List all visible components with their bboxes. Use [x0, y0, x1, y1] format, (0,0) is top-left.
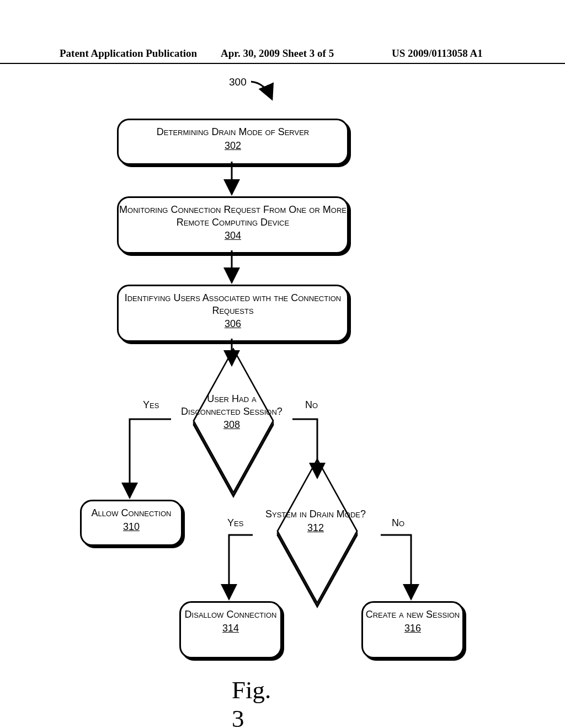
header-center: Apr. 30, 2009 Sheet 3 of 5: [221, 47, 334, 60]
header-left: Patent Application Publication: [60, 47, 197, 60]
decision-308: User Had a Disconnected Session? 308: [177, 364, 287, 474]
process-box-316: Create a new Session 316: [361, 601, 464, 659]
process-box-302-ref: 302: [225, 140, 241, 152]
process-box-302-text: Determining Drain Mode of Server: [157, 126, 309, 137]
process-box-316-text: Create a new Session: [366, 609, 460, 620]
decision-312: System in Drain Mode? 312: [254, 480, 378, 590]
decision-308-ref: 308: [223, 419, 240, 431]
process-box-314: Disallow Connection 314: [179, 601, 282, 659]
page-header: Patent Application Publication Apr. 30, …: [0, 47, 565, 64]
decision-308-text: User Had a Disconnected Session?: [181, 393, 282, 417]
process-box-314-text: Disallow Connection: [185, 609, 277, 620]
label-no-1: No: [305, 399, 318, 411]
header-right: US 2009/0113058 A1: [392, 47, 483, 60]
process-box-304-ref: 304: [225, 229, 241, 242]
decision-312-ref: 312: [307, 522, 324, 534]
diagram-ref-num: 300: [229, 76, 247, 88]
process-box-302: Determining Drain Mode of Server 302: [117, 119, 349, 165]
figure-caption: Fig. 3: [232, 676, 271, 728]
label-yes-1: Yes: [143, 399, 159, 411]
decision-312-text: System in Drain Mode?: [265, 508, 366, 520]
process-box-306-text: Identifying Users Associated with the Co…: [125, 292, 342, 316]
process-box-306-ref: 306: [225, 318, 241, 330]
process-box-310: Allow Connection 310: [80, 500, 183, 546]
label-no-2: No: [392, 517, 404, 529]
process-box-304-text: Monitoring Connection Request From One o…: [119, 204, 347, 228]
process-box-314-ref: 314: [222, 622, 239, 635]
process-box-316-ref: 316: [404, 622, 421, 635]
process-box-310-ref: 310: [123, 521, 140, 533]
process-box-310-text: Allow Connection: [92, 507, 172, 518]
label-yes-2: Yes: [227, 517, 243, 529]
process-box-306: Identifying Users Associated with the Co…: [117, 285, 349, 342]
process-box-304: Monitoring Connection Request From One o…: [117, 196, 349, 254]
